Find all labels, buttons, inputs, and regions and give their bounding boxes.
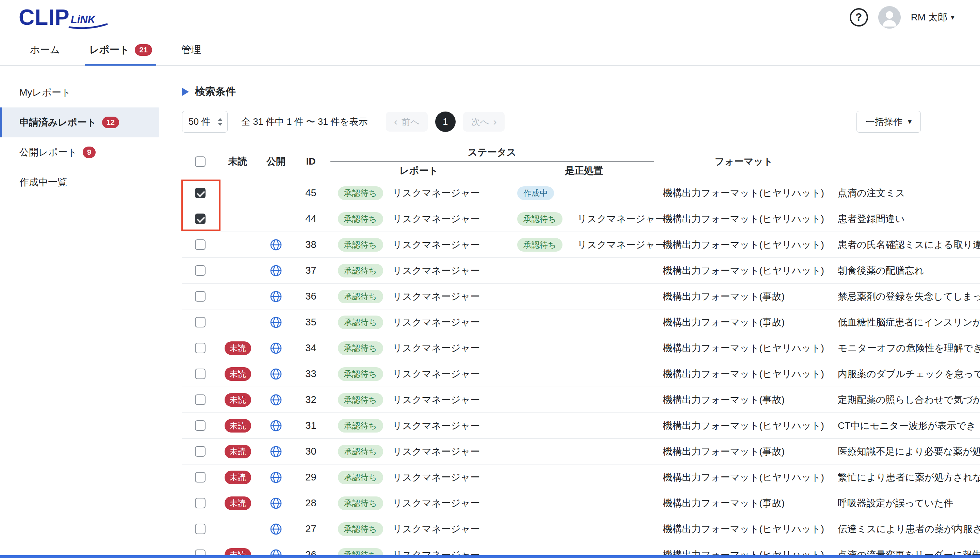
sidebar-item-drafts[interactable]: 作成中一覧 <box>0 167 159 197</box>
report-role: リスクマネージャー <box>393 342 480 354</box>
prev-page-button[interactable]: ‹ 前へ <box>386 112 428 131</box>
public-cell <box>257 239 295 251</box>
report-role: リスクマネージャー <box>393 548 480 556</box>
report-role: リスクマネージャー <box>393 394 480 406</box>
table-row[interactable]: 未読 29 承認待ち リスクマネージャー 機構出力フォーマット(ヒヤリハット) … <box>182 464 980 490</box>
checkbox-cell <box>182 498 218 508</box>
table-row[interactable]: 未読 31 承認待ち リスクマネージャー 機構出力フォーマット(ヒヤリハット) … <box>182 413 980 439</box>
header-unread: 未読 <box>218 143 257 180</box>
unread-cell <box>218 294 257 299</box>
table-body: 45 承認待ち リスクマネージャー 作成中 機構出力フォーマット(ヒヤリハット)… <box>182 180 980 555</box>
search-conditions-toggle[interactable]: 検索条件 <box>182 85 980 98</box>
app-window: CLIP LiNK ? RM 太郎 ▾ <box>0 0 980 558</box>
chevron-down-icon: ▾ <box>951 13 954 22</box>
table-row[interactable]: 未読 28 承認待ち リスクマネージャー 機構出力フォーマット(事故) 呼吸器設… <box>182 490 980 516</box>
row-title[interactable]: 朝食後薬の配膳忘れ <box>830 264 980 277</box>
row-title[interactable]: 点滴の注文ミス <box>830 187 980 200</box>
checkbox-cell <box>182 265 218 276</box>
row-format: 機構出力フォーマット(事故) <box>657 316 830 329</box>
user-menu[interactable]: RM 太郎 ▾ <box>911 11 954 24</box>
row-title[interactable]: モニターオフの危険性を理解でき <box>830 342 980 354</box>
tab-admin[interactable]: 管理 <box>181 34 201 65</box>
user-name-label: RM 太郎 <box>911 11 947 24</box>
row-checkbox[interactable] <box>195 265 206 276</box>
row-checkbox[interactable] <box>195 420 206 431</box>
row-title[interactable]: 定期配薬の照らし合わせで気づか <box>830 394 980 406</box>
table-row[interactable]: 27 承認待ち リスクマネージャー 機構出力フォーマット(ヒヤリハット) 伝達ミ… <box>182 516 980 542</box>
report-status-cell: 承認待ち リスクマネージャー <box>327 367 511 381</box>
row-title[interactable]: 繁忙により患者に薬が処方されな <box>830 471 980 484</box>
header-status-correction: 是正処置 <box>511 161 657 180</box>
row-id: 28 <box>295 497 327 509</box>
row-checkbox[interactable] <box>195 472 206 483</box>
table-row[interactable]: 37 承認待ち リスクマネージャー 機構出力フォーマット(ヒヤリハット) 朝食後… <box>182 258 980 284</box>
report-role: リスクマネージャー <box>393 213 480 225</box>
public-globe-icon <box>270 445 282 458</box>
public-globe-icon <box>270 497 282 509</box>
report-status-cell: 承認待ち リスクマネージャー <box>327 212 511 226</box>
row-title[interactable]: 伝達ミスにより患者の薬が内服さ <box>830 523 980 535</box>
table-row[interactable]: 44 承認待ち リスクマネージャー 承認待ち リスクマネージャー 機構出力フォー… <box>182 206 980 232</box>
row-format: 機構出力フォーマット(ヒヤリハット) <box>657 471 830 484</box>
row-checkbox[interactable] <box>195 291 206 302</box>
row-checkbox[interactable] <box>195 343 206 353</box>
row-checkbox[interactable] <box>195 394 206 405</box>
row-title[interactable]: 低血糖性脳症患者にインスリンが <box>830 316 980 329</box>
row-checkbox[interactable] <box>195 369 206 379</box>
row-id: 45 <box>295 187 327 199</box>
report-status-cell: 承認待ち リスクマネージャー <box>327 393 511 407</box>
page-size-select[interactable]: 50 件 <box>182 111 228 133</box>
sidebar: Myレポート 申請済みレポート 12 公開レポート 9 作成中一覧 <box>0 66 159 555</box>
table-row[interactable]: 未読 26 承認待ち リスクマネージャー 機構出力フォーマット(ヒヤリハット) … <box>182 542 980 555</box>
tab-reports[interactable]: レポート 21 <box>89 34 152 65</box>
row-checkbox[interactable] <box>195 446 206 457</box>
report-status-cell: 承認待ち リスクマネージャー <box>327 186 511 200</box>
table-row[interactable]: 未読 32 承認待ち リスクマネージャー 機構出力フォーマット(事故) 定期配薬… <box>182 387 980 413</box>
current-page-button[interactable]: 1 <box>435 112 455 132</box>
tab-home[interactable]: ホーム <box>30 34 60 65</box>
row-checkbox[interactable] <box>195 240 206 250</box>
row-checkbox[interactable] <box>195 213 206 224</box>
row-title[interactable]: 患者登録間違い <box>830 213 980 225</box>
sidebar-item-submitted-reports[interactable]: 申請済みレポート 12 <box>0 107 159 137</box>
table-row[interactable]: 未読 30 承認待ち リスクマネージャー 機構出力フォーマット(事故) 医療知識… <box>182 439 980 464</box>
report-status-cell: 承認待ち リスクマネージャー <box>327 522 511 536</box>
sidebar-item-my-reports[interactable]: Myレポート <box>0 77 159 107</box>
row-checkbox[interactable] <box>195 550 206 555</box>
report-status-badge: 承認待ち <box>338 445 383 458</box>
row-checkbox[interactable] <box>195 524 206 534</box>
table-row[interactable]: 35 承認待ち リスクマネージャー 機構出力フォーマット(事故) 低血糖性脳症患… <box>182 309 980 335</box>
header-public: 公開 <box>257 143 295 180</box>
sidebar-item-public-reports[interactable]: 公開レポート 9 <box>0 137 159 167</box>
public-globe-icon <box>270 523 282 535</box>
public-globe-icon <box>270 549 282 556</box>
table-row[interactable]: 45 承認待ち リスクマネージャー 作成中 機構出力フォーマット(ヒヤリハット)… <box>182 180 980 206</box>
row-title[interactable]: 内服薬のダブルチェックを怠って <box>830 368 980 381</box>
public-cell <box>257 471 295 484</box>
app-logo[interactable]: CLIP LiNK <box>19 7 95 28</box>
row-title[interactable]: 禁忌薬剤の登録を失念してしまっ <box>830 290 980 303</box>
table-row[interactable]: 未読 34 承認待ち リスクマネージャー 機構出力フォーマット(ヒヤリハット) … <box>182 335 980 361</box>
row-format: 機構出力フォーマット(事故) <box>657 394 830 406</box>
row-title[interactable]: 医療知識不足により必要な薬が処 <box>830 445 980 458</box>
next-page-button[interactable]: 次へ › <box>463 112 505 131</box>
select-all-checkbox[interactable] <box>195 156 206 167</box>
nav-tabs: ホーム レポート 21 管理 <box>0 34 980 66</box>
report-status-badge: 承認待ち <box>338 367 383 381</box>
row-title[interactable]: 呼吸器設定が誤っていた件 <box>830 497 980 510</box>
table-row[interactable]: 38 承認待ち リスクマネージャー 承認待ち リスクマネージャー 機構出力フォー… <box>182 232 980 258</box>
row-title[interactable]: CT中にモニター波形が表示でき <box>830 419 980 432</box>
row-checkbox[interactable] <box>195 317 206 327</box>
row-title[interactable]: 点滴の流量変更をリーダーに報告 <box>830 548 980 556</box>
avatar[interactable] <box>878 6 901 29</box>
row-checkbox[interactable] <box>195 498 206 508</box>
header-status-group: ステータス <box>331 143 654 161</box>
table-row[interactable]: 未読 33 承認待ち リスクマネージャー 機構出力フォーマット(ヒヤリハット) … <box>182 361 980 387</box>
row-title[interactable]: 患者の氏名確認ミスによる取り違え <box>830 238 980 251</box>
bulk-action-button[interactable]: 一括操作 ▾ <box>857 111 921 133</box>
row-checkbox[interactable] <box>195 188 206 198</box>
checkbox-cell <box>182 550 218 555</box>
checkbox-cell <box>182 240 218 250</box>
help-icon[interactable]: ? <box>850 8 868 26</box>
table-row[interactable]: 36 承認待ち リスクマネージャー 機構出力フォーマット(事故) 禁忌薬剤の登録… <box>182 284 980 309</box>
